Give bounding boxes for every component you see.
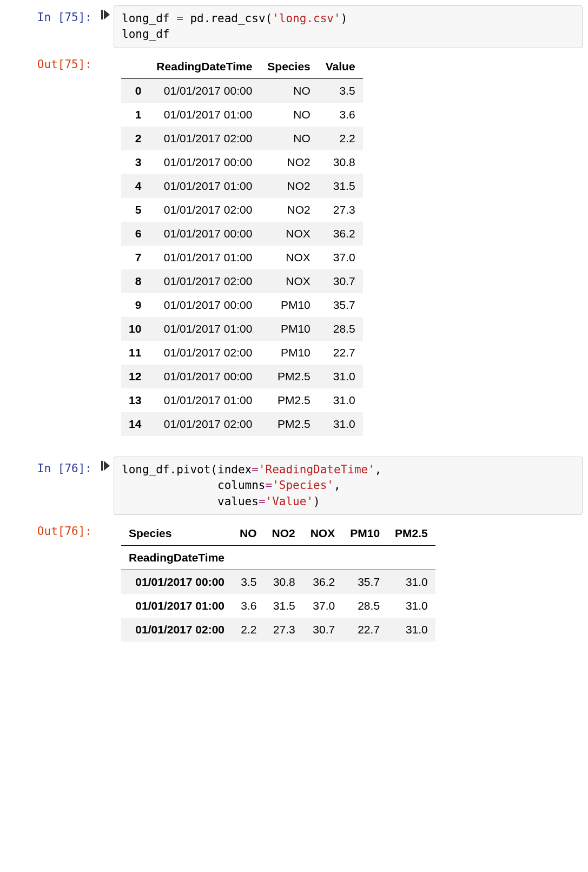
cell: 31.0 [318, 365, 363, 388]
table-row: 601/01/2017 00:00NOX36.2 [121, 222, 363, 246]
code-op: = [259, 495, 266, 508]
cell: 28.5 [318, 317, 363, 341]
cell: 01/01/2017 02:00 [149, 341, 260, 365]
cell: 01/01/2017 01:00 [149, 174, 260, 198]
code-op: = [252, 463, 259, 476]
cell: 22.7 [318, 341, 363, 365]
cell: NOX [260, 246, 318, 269]
run-cell-icon[interactable] [101, 10, 110, 19]
code-text: ) [341, 12, 348, 25]
cell: 36.2 [303, 570, 343, 594]
cell: 01/01/2017 02:00 [149, 412, 260, 436]
cell: NO [260, 127, 318, 150]
pivot-col-header: NO [232, 521, 265, 546]
table-row: 501/01/2017 02:00NO227.3 [121, 198, 363, 222]
row-index: 14 [121, 412, 149, 436]
cell: 30.8 [318, 150, 363, 174]
cell: 01/01/2017 01:00 [149, 317, 260, 341]
cell: 01/01/2017 00:00 [149, 150, 260, 174]
cell: PM2.5 [260, 388, 318, 412]
index-header-blank [121, 55, 149, 79]
cell: NO2 [260, 198, 318, 222]
cell: 27.3 [265, 618, 303, 642]
row-index: 9 [121, 293, 149, 317]
cell: 37.0 [318, 246, 363, 269]
cell: PM2.5 [260, 412, 318, 436]
cell: NOX [260, 222, 318, 246]
row-index: 6 [121, 222, 149, 246]
code-text: columns [122, 479, 266, 492]
in-prompt-76: In [76]: [5, 457, 97, 515]
table-row: 1201/01/2017 00:00PM2.531.0 [121, 365, 363, 388]
cell: 3.5 [232, 570, 265, 594]
output-cell-76: Out[76]: Species NO NO2 NOX PM10 PM2.5 R… [5, 519, 583, 647]
cell: 30.7 [318, 269, 363, 293]
table-row: 001/01/2017 00:00NO3.5 [121, 78, 363, 103]
pivot-col-header: NOX [303, 521, 343, 546]
run-cell-icon[interactable] [101, 461, 110, 471]
pivot-col-header: PM2.5 [387, 521, 435, 546]
table-row: 401/01/2017 01:00NO231.5 [121, 174, 363, 198]
out-prompt-76: Out[76]: [5, 519, 97, 647]
cell: 35.7 [342, 570, 387, 594]
cell: 31.0 [318, 412, 363, 436]
cell: 36.2 [318, 222, 363, 246]
row-index: 3 [121, 150, 149, 174]
cell: 01/01/2017 00:00 [149, 365, 260, 388]
cell: 01/01/2017 00:00 [149, 293, 260, 317]
table-row: 201/01/2017 02:00NO2.2 [121, 127, 363, 150]
output-cell-75: Out[75]: ReadingDateTime Species Value 0… [5, 52, 583, 441]
cell: 01/01/2017 01:00 [149, 246, 260, 269]
cell: 01/01/2017 02:00 [149, 127, 260, 150]
run-button-area[interactable] [97, 457, 114, 515]
code-input-76[interactable]: long_df.pivot(index='ReadingDateTime', c… [114, 457, 583, 515]
cell: NO [260, 103, 318, 127]
table-row: 1301/01/2017 01:00PM2.531.0 [121, 388, 363, 412]
cell: NO2 [260, 174, 318, 198]
code-text: , [334, 479, 341, 492]
table-row: 01/01/2017 00:003.530.836.235.731.0 [121, 570, 435, 594]
cell: PM10 [260, 341, 318, 365]
code-input-75[interactable]: long_df = pd.read_csv('long.csv') long_d… [114, 5, 583, 48]
pivot-index-name: ReadingDateTime [121, 545, 232, 570]
cell: 3.6 [232, 594, 265, 618]
row-index: 01/01/2017 00:00 [121, 570, 232, 594]
cell: 31.0 [318, 388, 363, 412]
dataframe-table-long: ReadingDateTime Species Value 001/01/201… [121, 55, 363, 436]
input-cell-76: In [76]: long_df.pivot(index='ReadingDat… [5, 457, 583, 515]
run-button-area[interactable] [97, 5, 114, 48]
row-index: 1 [121, 103, 149, 127]
cell: 31.0 [387, 570, 435, 594]
table-row: 801/01/2017 02:00NOX30.7 [121, 269, 363, 293]
cell: 01/01/2017 01:00 [149, 103, 260, 127]
row-index: 13 [121, 388, 149, 412]
pivot-columns-name-row: Species NO NO2 NOX PM10 PM2.5 [121, 521, 435, 546]
cell: 31.5 [265, 594, 303, 618]
table-header-row: ReadingDateTime Species Value [121, 55, 363, 79]
cell: 31.0 [387, 618, 435, 642]
row-index: 0 [121, 78, 149, 103]
in-prompt-75: In [75]: [5, 5, 97, 48]
cell: PM10 [260, 293, 318, 317]
cell: 31.5 [318, 174, 363, 198]
table-row: 1101/01/2017 02:00PM1022.7 [121, 341, 363, 365]
code-op: = [176, 12, 183, 25]
cell: PM2.5 [260, 365, 318, 388]
out-prompt-75: Out[75]: [5, 52, 97, 441]
table-row: 901/01/2017 00:00PM1035.7 [121, 293, 363, 317]
pivot-index-name-row: ReadingDateTime [121, 545, 435, 570]
row-index: 11 [121, 341, 149, 365]
cell: 30.8 [265, 570, 303, 594]
cell: 27.3 [318, 198, 363, 222]
code-op: = [266, 479, 273, 492]
cell: 2.2 [232, 618, 265, 642]
code-string: 'ReadingDateTime' [259, 463, 375, 476]
cell: 3.6 [318, 103, 363, 127]
cell: NO [260, 78, 318, 103]
code-string: 'Species' [272, 479, 334, 492]
cell: 01/01/2017 01:00 [149, 388, 260, 412]
col-header: Species [260, 55, 318, 79]
table-row: 701/01/2017 01:00NOX37.0 [121, 246, 363, 269]
code-text: pd.read_csv( [183, 12, 272, 25]
cell: 01/01/2017 02:00 [149, 198, 260, 222]
